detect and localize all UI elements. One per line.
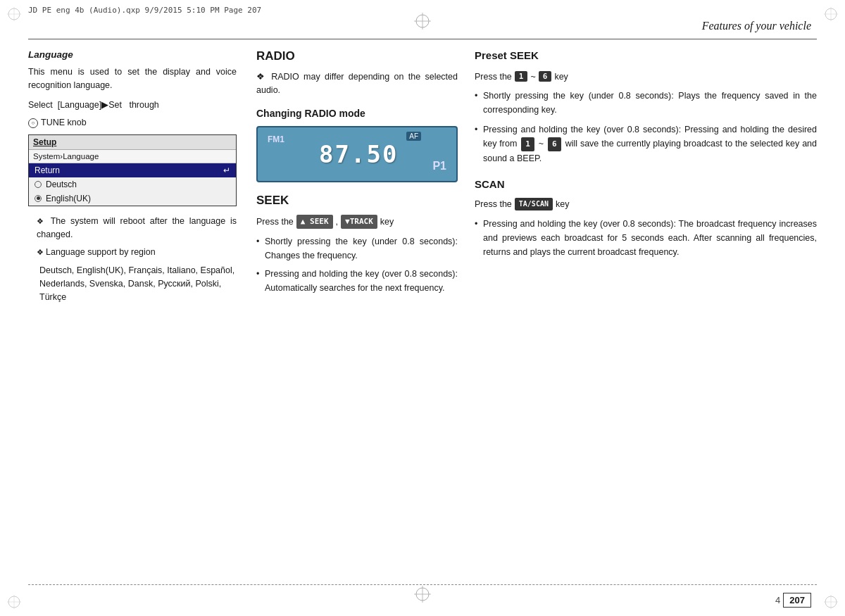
seek-bullet2: Pressing and holding the key (over 0.8 s… bbox=[256, 267, 458, 295]
preset-key-suffix: key bbox=[554, 72, 568, 82]
setup-menu-titlebar: Setup bbox=[29, 135, 236, 150]
header-rule bbox=[28, 39, 817, 39]
preset-key-range-line: Press the 1 ~ 6 key bbox=[475, 71, 817, 82]
back-arrow-icon: ↵ bbox=[223, 165, 230, 175]
radio-display: FM1 87.50 P1 AF bbox=[256, 126, 458, 182]
radio-dot-deutsch bbox=[35, 181, 42, 188]
col-mid-radio: RADIO ❖ RADIO may differ depending on th… bbox=[254, 49, 472, 574]
press-seek-line: Press the ▲ SEEK , ▼TRACK key bbox=[256, 215, 458, 229]
setup-menu-row-deutsch: Deutsch bbox=[29, 177, 236, 191]
seek-bullet1: Shortly pressing the key (under 0.8 seco… bbox=[256, 234, 458, 263]
language-bullet1: The system will reboot after the languag… bbox=[28, 215, 237, 242]
setup-menu-wrapper: Setup System›Language Return ↵ Deutsch E… bbox=[28, 134, 237, 206]
preset-bullet2: Pressing and holding the key (over 0.8 s… bbox=[475, 122, 817, 165]
crosshair-bottom bbox=[414, 586, 431, 605]
radio-display-inner: FM1 87.50 P1 AF bbox=[258, 127, 456, 181]
radio-frequency: 87.50 bbox=[319, 140, 398, 168]
setup-menu-row-return: Return ↵ bbox=[29, 163, 236, 177]
radio-fm-label: FM1 bbox=[268, 133, 284, 144]
deutsch-label: Deutsch bbox=[46, 180, 77, 189]
footer-page-box: 207 bbox=[783, 593, 811, 608]
tune-knob-label: TUNE knob bbox=[41, 116, 87, 130]
select-instruction: Select [Language]▶Set through bbox=[28, 99, 237, 112]
preset-seek-title: Preset SEEK bbox=[475, 49, 817, 61]
preset-key1b: 1 bbox=[521, 137, 534, 151]
scan-press-text: Press the bbox=[475, 197, 512, 211]
tune-knob-line: ○ TUNE knob bbox=[28, 116, 237, 130]
preset-bullet1: Shortly pressing the key (under 0.8 seco… bbox=[475, 89, 817, 117]
press-seek-text: Press the bbox=[256, 215, 294, 229]
ta-scan-key: TA/SCAN bbox=[515, 198, 553, 210]
header-meta: JD PE eng 4b (Audio).qxp 9/9/2015 5:10 P… bbox=[28, 6, 261, 15]
footer-rule bbox=[28, 584, 817, 585]
footer-page-num: 4 207 bbox=[775, 593, 811, 608]
return-label: Return bbox=[35, 165, 60, 175]
radio-af-badge: AF bbox=[406, 132, 421, 141]
scan-press-line: Press the TA/SCAN key bbox=[475, 197, 817, 211]
seek-section-title: SEEK bbox=[256, 194, 458, 208]
seek-key-suffix: key bbox=[380, 215, 394, 229]
radio-dot-english bbox=[35, 195, 42, 202]
preset-key2: 6 bbox=[539, 71, 552, 82]
preset-press-text: Press the bbox=[475, 72, 512, 82]
track-key: ▼TRACK bbox=[341, 215, 377, 229]
page-header: JD PE eng 4b (Audio).qxp 9/9/2015 5:10 P… bbox=[0, 0, 845, 42]
preset-key1: 1 bbox=[515, 71, 528, 82]
content-area: Language This menu is used to set the di… bbox=[28, 49, 817, 574]
page-title: Features of your vehicle bbox=[702, 20, 811, 32]
changing-radio-mode-title: Changing RADIO mode bbox=[256, 108, 458, 119]
radio-note: ❖ RADIO may differ depending on the sele… bbox=[256, 70, 458, 98]
preset-key2b: 6 bbox=[548, 137, 561, 151]
language-list: Deutsch, English(UK), Français, Italiano… bbox=[28, 264, 237, 305]
scan-section-title: SCAN bbox=[475, 178, 817, 190]
seek-comma: , bbox=[336, 215, 338, 229]
select-text: Select [Language]▶Set through bbox=[28, 99, 159, 112]
scan-bullet: Pressing and holding the key (over 0.8 s… bbox=[475, 217, 817, 259]
preset-tilde: ~ bbox=[530, 72, 535, 82]
language-section-title: Language bbox=[28, 49, 237, 60]
col-right-preset: Preset SEEK Press the 1 ~ 6 key Shortly … bbox=[472, 49, 817, 574]
radio-preset: P1 bbox=[432, 160, 446, 175]
col-left-language: Language This menu is used to set the di… bbox=[28, 49, 254, 574]
tune-knob-icon: ○ bbox=[28, 118, 38, 128]
radio-section-title: RADIO bbox=[256, 49, 458, 63]
setup-menu: Setup System›Language Return ↵ Deutsch E… bbox=[28, 134, 237, 206]
footer-chapter: 4 bbox=[775, 595, 780, 605]
scan-key-suffix: key bbox=[556, 197, 569, 211]
english-label: English(UK) bbox=[46, 194, 91, 203]
seek-key: ▲ SEEK bbox=[296, 215, 333, 229]
preset-tilde2: ~ bbox=[539, 139, 544, 149]
language-para1: This menu is used to set the display and… bbox=[28, 65, 237, 93]
crosshair-top bbox=[414, 13, 431, 30]
setup-menu-row-english: English(UK) bbox=[29, 191, 236, 206]
setup-menu-breadcrumb: System›Language bbox=[29, 150, 236, 163]
page-footer: 4 207 bbox=[0, 577, 845, 616]
language-bullet2: Language support by region bbox=[28, 246, 237, 259]
